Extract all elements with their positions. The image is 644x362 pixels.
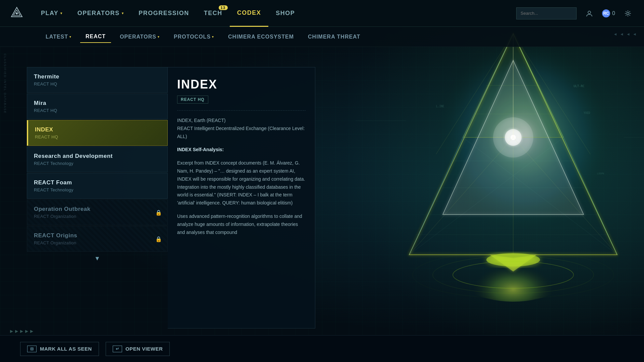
nav-item-progression[interactable]: PROGRESSION xyxy=(131,0,197,27)
react-foam-subtitle: REACT Technology xyxy=(34,187,161,192)
latest-arrow: ▾ xyxy=(69,35,71,39)
svg-point-39 xyxy=(588,11,591,14)
index-subtitle: REACT HQ xyxy=(35,134,161,139)
topbar: PLAY ▾ OPERATORS ▾ PROGRESSION TECH 13 C… xyxy=(0,0,644,27)
detail-panel: INDEX REACT HQ INDEX, Earth (REACT) REAC… xyxy=(168,67,315,328)
bottom-bar: ⊟ Mark all as seen ↵ Open Viewer xyxy=(0,335,644,362)
main-content: Thermite REACT HQ Mira REACT HQ INDEX RE… xyxy=(0,47,644,362)
mark-all-seen-button[interactable]: ⊟ Mark all as seen xyxy=(20,342,99,356)
list-item-react-origins: REACT Origins REACT Organization 🔒 xyxy=(27,226,168,252)
mira-title: Mira xyxy=(34,100,161,107)
detail-body-text2: Uses advanced pattern-recognition algori… xyxy=(177,213,306,236)
list-item-index[interactable]: INDEX REACT HQ xyxy=(27,120,168,146)
list-item-react-foam[interactable]: REACT Foam REACT Technology xyxy=(27,173,168,199)
detail-body: INDEX, Earth (REACT) REACT Intelligent D… xyxy=(177,117,306,236)
detail-divider xyxy=(177,110,306,111)
logo[interactable] xyxy=(10,6,34,21)
nav-item-play[interactable]: PLAY ▾ xyxy=(34,0,70,27)
react-origins-subtitle: REACT Organization xyxy=(34,240,161,245)
settings-icon[interactable] xyxy=(622,7,634,19)
detail-category: REACT HQ xyxy=(177,96,208,104)
nav-item-operators[interactable]: OPERATORS ▾ xyxy=(70,0,131,27)
search-input[interactable] xyxy=(516,7,577,19)
react-origins-lock: 🔒 xyxy=(155,236,162,242)
subnav-latest[interactable]: Latest ▾ xyxy=(40,31,77,43)
subnav-react[interactable]: REACT xyxy=(80,31,111,43)
nav-item-tech[interactable]: TECH 13 xyxy=(197,0,230,27)
operators-subnav-arrow: ▾ xyxy=(158,35,160,39)
detail-body-text: Excerpt from INDEX concept documents (E.… xyxy=(177,159,306,207)
nav-items: PLAY ▾ OPERATORS ▾ PROGRESSION TECH 13 C… xyxy=(34,0,516,27)
detail-section-title: INDEX Self-Analysis: xyxy=(177,146,306,154)
subnav: Latest ▾ REACT Operators ▾ Protocols ▾ C… xyxy=(0,27,644,47)
list-item-operation-outbreak: Operation Outbreak REACT Organization 🔒 xyxy=(27,199,168,225)
list-item-mira[interactable]: Mira REACT HQ xyxy=(27,94,168,119)
currency-display: RC 0 xyxy=(602,9,615,17)
list-item-research[interactable]: Research and Development REACT Technolog… xyxy=(27,146,168,172)
subnav-chimera-ecosystem[interactable]: Chimera Ecosystem xyxy=(223,31,299,43)
protocols-arrow: ▾ xyxy=(212,35,214,39)
research-title: Research and Development xyxy=(34,153,161,160)
svg-point-38 xyxy=(16,12,18,14)
operators-arrow: ▾ xyxy=(122,11,124,15)
operation-outbreak-subtitle: REACT Organization xyxy=(34,214,161,219)
mark-all-key-icon: ⊟ xyxy=(27,346,37,352)
prog-arrow-4: ▶ xyxy=(25,329,28,334)
subnav-protocols[interactable]: Protocols ▾ xyxy=(168,31,219,43)
subnav-operators[interactable]: Operators ▾ xyxy=(114,31,165,43)
scroll-arrows-top: ◄ ◄ ◄ ◄ xyxy=(613,32,637,37)
operation-outbreak-title: Operation Outbreak xyxy=(34,206,161,213)
thermite-subtitle: REACT HQ xyxy=(34,81,161,86)
svg-point-40 xyxy=(627,12,629,14)
thermite-title: Thermite xyxy=(34,73,161,80)
subnav-chimera-threat[interactable]: Chimera Threat xyxy=(303,31,366,43)
nav-item-codex[interactable]: CODEX xyxy=(230,0,269,27)
play-arrow: ▾ xyxy=(60,11,63,15)
profile-icon[interactable] xyxy=(583,7,595,19)
detail-location: INDEX, Earth (REACT) REACT Intelligent D… xyxy=(177,117,306,140)
index-title: INDEX xyxy=(35,126,161,133)
prog-arrow-2: ▶ xyxy=(15,329,18,334)
operation-outbreak-lock: 🔒 xyxy=(155,209,162,216)
currency-icon: RC xyxy=(602,9,610,17)
detail-title: INDEX xyxy=(177,77,306,92)
prog-arrow-5: ▶ xyxy=(30,329,33,334)
topbar-right: RC 0 xyxy=(516,7,634,19)
mira-subtitle: REACT HQ xyxy=(34,108,161,113)
react-foam-title: REACT Foam xyxy=(34,179,161,186)
tech-badge: 13 xyxy=(219,5,228,10)
react-origins-title: REACT Origins xyxy=(34,232,161,239)
list-item-thermite[interactable]: Thermite REACT HQ xyxy=(27,67,168,93)
currency-amount: 0 xyxy=(612,10,615,16)
research-subtitle: REACT Technology xyxy=(34,161,161,166)
prog-arrow-3: ▶ xyxy=(20,329,23,334)
list-panel: Thermite REACT HQ Mira REACT HQ INDEX RE… xyxy=(27,67,168,328)
prog-arrow-1: ▶ xyxy=(10,329,13,334)
open-viewer-button[interactable]: ↵ Open Viewer xyxy=(106,342,170,356)
scroll-down-button[interactable]: ▼ xyxy=(27,252,168,265)
nav-item-shop[interactable]: SHOP xyxy=(268,0,302,27)
progress-dots: ▶ ▶ ▶ ▶ ▶ xyxy=(10,329,33,334)
open-viewer-key-icon: ↵ xyxy=(113,346,122,352)
